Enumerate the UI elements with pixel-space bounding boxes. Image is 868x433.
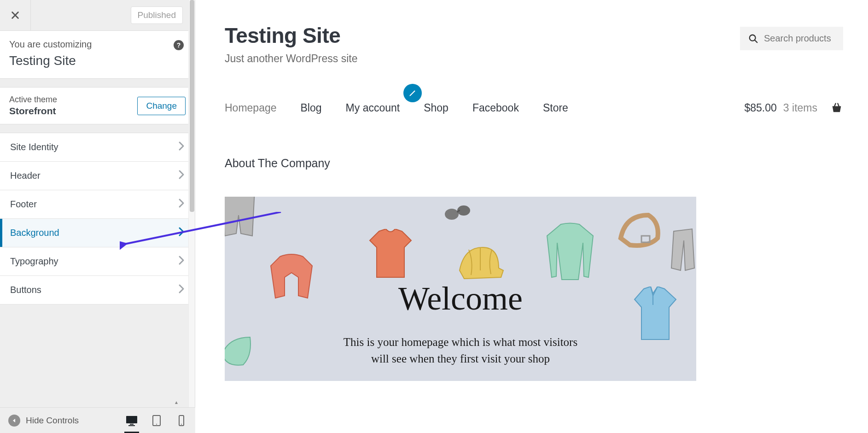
- chevron-right-icon: [178, 255, 185, 268]
- customizer-footer: Hide Controls: [0, 407, 195, 433]
- expand-caret-icon: ▴: [175, 399, 178, 405]
- chevron-right-icon: [178, 198, 185, 211]
- change-theme-button[interactable]: Change: [137, 97, 186, 115]
- nav-link-blog[interactable]: Blog: [301, 102, 322, 114]
- nav-link-shop[interactable]: Shop: [424, 102, 449, 114]
- hero-title: Welcome: [398, 280, 523, 318]
- edit-shortcut-button[interactable]: [403, 84, 422, 102]
- mobile-icon: [175, 414, 188, 427]
- publish-status-area: Published: [31, 6, 195, 24]
- device-preview-group: [125, 414, 188, 427]
- cart-summary[interactable]: $85.00 3 items: [745, 101, 844, 114]
- section-spacer: [0, 124, 195, 133]
- search-icon: [748, 34, 758, 44]
- polo-icon: [630, 287, 681, 342]
- menu-item-label: Buttons: [10, 285, 41, 295]
- site-tagline: Just another WordPress site: [225, 53, 868, 65]
- context-site-name: Testing Site: [9, 53, 186, 68]
- basket-icon: [830, 101, 843, 114]
- tablet-icon: [150, 414, 163, 427]
- site-preview: Testing Site Just another WordPress site…: [195, 0, 868, 433]
- mobile-preview-button[interactable]: [175, 414, 188, 427]
- svg-rect-2: [128, 425, 135, 426]
- theme-label: Active theme: [9, 95, 57, 105]
- theme-name: Storefront: [9, 105, 57, 117]
- cap-icon: [455, 243, 506, 284]
- menu-item-buttons[interactable]: Buttons: [0, 276, 195, 304]
- nav-link-myaccount[interactable]: My account: [346, 102, 400, 114]
- homepage-hero: Welcome This is your homepage which is w…: [225, 197, 696, 381]
- hero-text: This is your homepage which is what most…: [332, 334, 589, 368]
- svg-line-8: [755, 40, 757, 42]
- about-heading: About The Company: [225, 157, 868, 170]
- chevron-right-icon: [178, 141, 185, 153]
- svg-rect-0: [126, 416, 137, 423]
- chevron-right-icon: [178, 284, 185, 296]
- svg-point-9: [445, 209, 459, 220]
- menu-item-header[interactable]: Header: [0, 162, 195, 190]
- section-spacer: [0, 79, 195, 87]
- cart-total: $85.00: [745, 102, 777, 114]
- desktop-icon: [125, 414, 138, 427]
- context-label: You are customizing: [9, 39, 186, 50]
- hide-controls-button[interactable]: Hide Controls: [0, 415, 125, 427]
- chevron-right-icon: [178, 170, 185, 182]
- search-input[interactable]: [764, 33, 835, 44]
- hide-controls-label: Hide Controls: [26, 415, 79, 426]
- pencil-icon: [408, 89, 417, 97]
- desktop-preview-button[interactable]: [125, 414, 138, 427]
- nav-link-store[interactable]: Store: [543, 102, 568, 114]
- svg-rect-1: [130, 424, 134, 425]
- menu-item-site-identity[interactable]: Site Identity: [0, 133, 195, 162]
- help-button[interactable]: ?: [174, 40, 184, 50]
- customizer-topbar: Published: [0, 0, 195, 31]
- menu-item-label: Typography: [10, 256, 58, 267]
- menu-item-label: Footer: [10, 199, 37, 210]
- green-item-icon: [225, 333, 252, 369]
- active-theme-block: Active theme Storefront Change: [0, 87, 195, 124]
- menu-item-typography[interactable]: Typography: [0, 247, 195, 276]
- customizer-menu: Site Identity Header Footer Background: [0, 133, 195, 304]
- jacket-icon: [669, 227, 696, 273]
- sunglasses-icon: [443, 201, 471, 224]
- menu-item-label: Background: [10, 228, 59, 238]
- chevron-right-icon: [178, 227, 185, 239]
- cart-count: 3 items: [783, 102, 817, 114]
- scrollbar-thumb[interactable]: [190, 0, 194, 212]
- menu-item-background[interactable]: Background: [0, 219, 195, 247]
- collapse-icon: [8, 415, 20, 427]
- belt-icon: [616, 211, 662, 252]
- tshirt-icon: [367, 229, 414, 280]
- menu-item-label: Header: [10, 170, 41, 181]
- menu-item-footer[interactable]: Footer: [0, 190, 195, 219]
- close-icon: [10, 10, 20, 20]
- nav-link-facebook[interactable]: Facebook: [472, 102, 519, 114]
- product-search[interactable]: [740, 27, 843, 50]
- close-button[interactable]: [0, 0, 31, 31]
- menu-item-label: Site Identity: [10, 142, 58, 152]
- tablet-preview-button[interactable]: [150, 414, 163, 427]
- published-status: Published: [131, 6, 183, 24]
- nav-link-homepage[interactable]: Homepage: [225, 102, 277, 114]
- help-icon: ?: [177, 41, 181, 49]
- customizer-sidebar: Published You are customizing Testing Si…: [0, 0, 195, 433]
- sweater-icon: [266, 252, 317, 303]
- long-sleeve-icon: [542, 222, 598, 282]
- shorts-icon: [225, 197, 257, 238]
- sidebar-scrollbar[interactable]: [188, 0, 195, 433]
- svg-point-4: [156, 424, 157, 425]
- customizer-context: You are customizing Testing Site ?: [0, 31, 195, 79]
- svg-point-6: [181, 424, 182, 425]
